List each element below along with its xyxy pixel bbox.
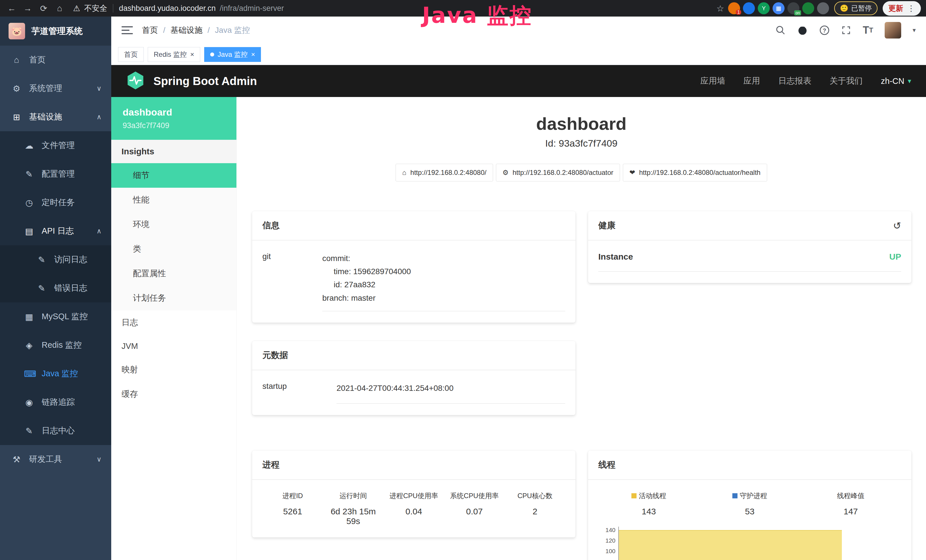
sba-menu-metrics[interactable]: 性能 bbox=[111, 188, 236, 212]
sidebar-item-log-center[interactable]: ✎ 日志中心 bbox=[0, 416, 111, 445]
sidebar-item-system[interactable]: ⚙ 系统管理 ∨ bbox=[0, 74, 111, 103]
extension-icon-plug[interactable] bbox=[817, 2, 829, 14]
sidebar-item-java-monitor[interactable]: ⌨ Java 监控 bbox=[0, 359, 111, 388]
menu-kebab-icon[interactable]: ⋮ bbox=[907, 4, 915, 13]
metric-value: 2 bbox=[505, 507, 565, 516]
breadcrumb-home[interactable]: 首页 bbox=[142, 25, 158, 36]
sidebar-item-label: 文件管理 bbox=[42, 140, 75, 151]
font-size-icon[interactable]: TT bbox=[863, 24, 873, 36]
history-icon[interactable]: ↺ bbox=[893, 220, 902, 232]
refresh-icon[interactable]: ⟳ bbox=[37, 2, 50, 15]
sidebar-item-tracing[interactable]: ◉ 链路追踪 bbox=[0, 388, 111, 416]
sidebar-item-label: 首页 bbox=[29, 54, 45, 66]
sidebar-item-access-log[interactable]: ✎ 访问日志 bbox=[0, 245, 111, 274]
actuator-url-link[interactable]: ⚙ http://192.168.0.2:48080/actuator bbox=[496, 164, 620, 182]
sidebar-item-redis[interactable]: ◈ Redis 监控 bbox=[0, 331, 111, 359]
sba-locale-select[interactable]: zh-CN ▾ bbox=[881, 76, 911, 86]
extensions-puzzle-icon[interactable]: ▦ bbox=[773, 2, 785, 14]
health-instance-row[interactable]: Instance UP bbox=[598, 252, 901, 272]
sba-nav: 应用墙 应用 日志报表 关于我们 zh-CN ▾ bbox=[701, 75, 911, 87]
git-id-line: id: 27aa832 bbox=[334, 278, 565, 291]
edit-icon: ✎ bbox=[24, 169, 34, 179]
address-bar[interactable]: ⚠ 不安全 dashboard.yudao.iocoder.cn/infra/a… bbox=[73, 3, 284, 14]
tab-home[interactable]: 首页 bbox=[118, 47, 144, 62]
search-icon[interactable] bbox=[775, 25, 786, 35]
sba-nav-about[interactable]: 关于我们 bbox=[830, 75, 863, 87]
sba-menu-logs[interactable]: 日志 bbox=[111, 310, 236, 335]
metadata-value: 2021-04-27T00:44:31.254+08:00 bbox=[336, 382, 565, 404]
health-url-link[interactable]: ❤ http://192.168.0.2:48080/actuator/heal… bbox=[623, 164, 767, 182]
paused-badge[interactable]: 🙂 已暂停 bbox=[834, 2, 878, 15]
y-tick: 100 bbox=[598, 548, 616, 558]
app-logo-row[interactable]: 🐷 芋道管理系统 bbox=[0, 17, 111, 45]
sidebar-item-api-logs[interactable]: ▤ API 日志 ∧ bbox=[0, 217, 111, 245]
sidebar-item-infra[interactable]: ⊞ 基础设施 ∧ bbox=[0, 103, 111, 131]
extension-icon-leaf[interactable] bbox=[802, 2, 814, 14]
sidebar-item-home[interactable]: ⌂ 首页 bbox=[0, 45, 111, 74]
doc-icon: ✎ bbox=[24, 426, 34, 436]
close-icon[interactable]: × bbox=[251, 50, 255, 59]
service-url-link[interactable]: ⌂ http://192.168.0.2:48080/ bbox=[396, 164, 493, 182]
extension-icon-orange[interactable]: 1 bbox=[728, 2, 740, 14]
sba-menu-configprops[interactable]: 配置属性 bbox=[111, 261, 236, 286]
close-icon[interactable]: × bbox=[190, 50, 194, 59]
home-icon[interactable]: ⌂ bbox=[53, 2, 66, 15]
sba-menu-classes[interactable]: 类 bbox=[111, 237, 236, 261]
java-monitor-icon: ⌨ bbox=[24, 369, 34, 379]
sidebar-item-mysql[interactable]: ▦ MySQL 监控 bbox=[0, 303, 111, 331]
legend-daemon-threads: 守护进程 53 bbox=[699, 491, 800, 516]
redis-icon: ◈ bbox=[24, 341, 34, 350]
fullscreen-icon[interactable] bbox=[841, 25, 851, 35]
health-instance-label: Instance bbox=[598, 252, 633, 262]
sba-menu-details[interactable]: 细节 bbox=[111, 163, 236, 188]
back-icon[interactable]: ← bbox=[5, 2, 18, 15]
sidebar-item-devtools[interactable]: ⚒ 研发工具 ∨ bbox=[0, 445, 111, 474]
hamburger-icon[interactable] bbox=[121, 26, 133, 34]
sidebar-item-label: 日志中心 bbox=[42, 425, 75, 436]
sba-instance-header[interactable]: dashboard 93a3fc7f7409 bbox=[111, 97, 236, 140]
sba-nav-wallboard[interactable]: 应用墙 bbox=[701, 75, 725, 87]
sidebar-item-files[interactable]: ☁ 文件管理 bbox=[0, 131, 111, 160]
health-card: 健康 ↺ Instance UP bbox=[588, 211, 911, 283]
link-label: http://192.168.0.2:48080/actuator bbox=[513, 169, 613, 177]
app-main: 首页 / 基础设施 / Java 监控 ? bbox=[111, 17, 926, 560]
avatar-caret-icon[interactable]: ▾ bbox=[912, 27, 916, 34]
threads-card-title: 线程 bbox=[588, 451, 911, 480]
sba-menu-caches[interactable]: 缓存 bbox=[111, 382, 236, 407]
header-actions: ? TT ▾ bbox=[775, 22, 916, 38]
extension-icon-drop[interactable] bbox=[743, 2, 755, 14]
sba-sidebar: dashboard 93a3fc7f7409 Insights 细节 性能 环境… bbox=[111, 97, 237, 560]
help-icon[interactable]: ? bbox=[819, 25, 830, 35]
legend-value: 147 bbox=[800, 507, 901, 516]
extension-icon-y[interactable]: Y bbox=[758, 2, 770, 14]
github-icon[interactable] bbox=[797, 25, 808, 36]
sba-nav-journal[interactable]: 日志报表 bbox=[778, 75, 811, 87]
sidebar-item-label: API 日志 bbox=[42, 226, 74, 237]
insights-label: Insights bbox=[111, 140, 236, 163]
update-button[interactable]: 更新 ⋮ bbox=[883, 1, 921, 16]
screenshot-annotation: Java 监控 bbox=[422, 1, 533, 30]
bookmark-star-icon[interactable]: ☆ bbox=[716, 3, 724, 14]
clock-icon: ◷ bbox=[24, 198, 34, 208]
sidebar-item-config[interactable]: ✎ 配置管理 bbox=[0, 160, 111, 188]
user-avatar[interactable] bbox=[885, 22, 901, 38]
sidebar-item-jobs[interactable]: ◷ 定时任务 bbox=[0, 188, 111, 217]
sba-menu-scheduledtasks[interactable]: 计划任务 bbox=[111, 286, 236, 310]
breadcrumb-infra[interactable]: 基础设施 bbox=[171, 25, 203, 36]
sidebar-item-error-log[interactable]: ✎ 错误日志 bbox=[0, 274, 111, 303]
sidebar-item-label: Redis 监控 bbox=[42, 339, 82, 351]
sba-nav-applications[interactable]: 应用 bbox=[743, 75, 760, 87]
forward-icon[interactable]: → bbox=[21, 2, 34, 15]
tab-java-monitor[interactable]: Java 监控 × bbox=[204, 47, 261, 62]
git-branch-line: branch: master bbox=[322, 292, 565, 305]
page-title: dashboard bbox=[252, 114, 911, 134]
tab-redis-monitor[interactable]: Redis 监控 × bbox=[148, 47, 200, 62]
info-git-row: git commit: time: 1596289704000 id: 27aa… bbox=[262, 252, 565, 311]
extension-icon-on[interactable]: on bbox=[787, 2, 799, 14]
sba-menu-mappings[interactable]: 映射 bbox=[111, 357, 236, 382]
monitor-icon: ⊞ bbox=[11, 112, 22, 122]
metadata-card: 元数据 startup 2021-04-27T00:44:31.254+08:0… bbox=[252, 341, 575, 415]
sba-menu-jvm[interactable]: JVM bbox=[111, 335, 236, 357]
sba-menu-environment[interactable]: 环境 bbox=[111, 212, 236, 237]
log-icon: ▤ bbox=[24, 226, 34, 236]
